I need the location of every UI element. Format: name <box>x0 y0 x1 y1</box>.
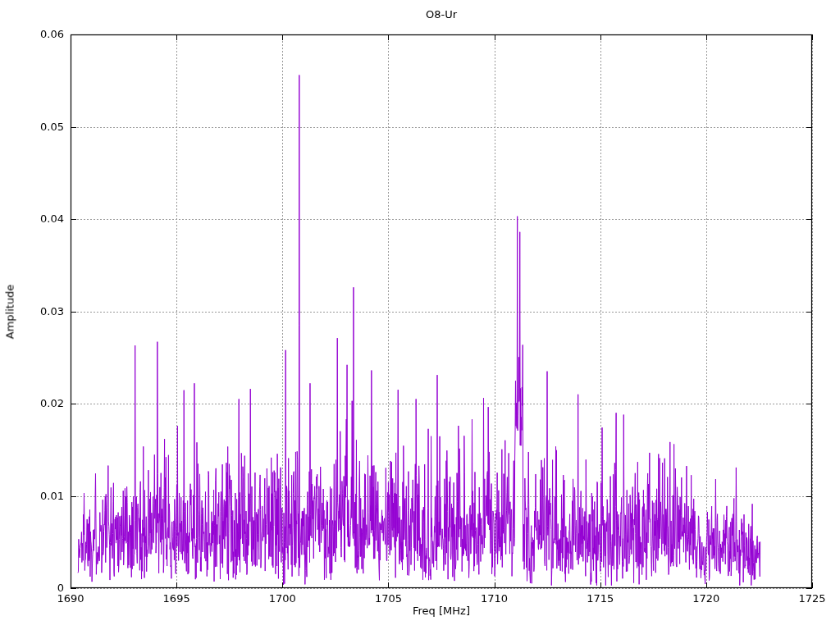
y-tick-label: 0 <box>2 582 64 595</box>
x-tick-label: 1700 <box>256 592 308 605</box>
x-tick-label: 1710 <box>468 592 521 605</box>
x-tick-label: 1715 <box>574 592 627 605</box>
y-tick-label: 0.04 <box>2 212 64 226</box>
x-tick-label: 1705 <box>362 592 414 605</box>
x-tick-label: 1695 <box>150 592 203 605</box>
spectrum-figure: O8-Ur Amplitude Freq [MHz] 1690169517001… <box>0 0 840 630</box>
y-tick-label: 0.03 <box>2 305 64 318</box>
y-tick-label: 0.05 <box>2 121 64 134</box>
spectrum-plot-canvas <box>0 0 840 630</box>
y-tick-label: 0.02 <box>2 397 64 410</box>
y-tick-label: 0.01 <box>2 490 64 503</box>
x-tick-label: 1720 <box>680 592 733 605</box>
x-axis-title: Freq [MHz] <box>71 604 812 618</box>
chart-title: O8-Ur <box>71 7 812 21</box>
y-tick-label: 0.06 <box>2 28 64 41</box>
x-tick-label: 1725 <box>786 592 838 605</box>
